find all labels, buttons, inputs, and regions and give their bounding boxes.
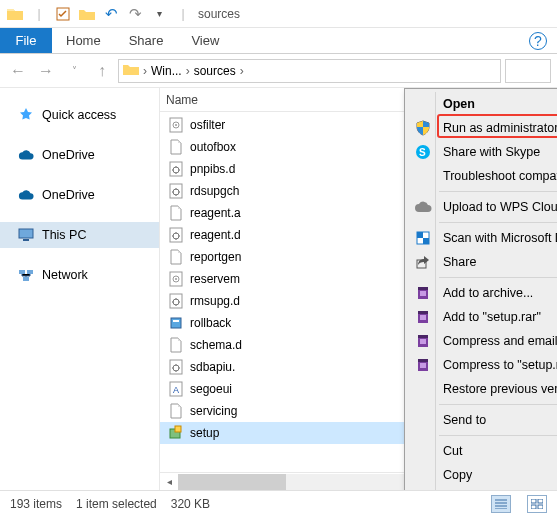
tab-share[interactable]: Share	[115, 28, 178, 53]
menu-separator	[439, 222, 557, 223]
up-button[interactable]: ↑	[90, 59, 114, 83]
qat-dropdown-icon[interactable]: ▾	[148, 3, 170, 25]
redo-icon[interactable]: ↷	[124, 3, 146, 25]
address-bar: ← → ˅ ↑ › Win... › sources ›	[0, 54, 557, 88]
help-icon[interactable]: ?	[529, 32, 547, 50]
skype-icon: S	[413, 142, 433, 162]
menu-item-run-as-administrator[interactable]: Run as administrator	[407, 116, 557, 140]
menu-item-label: Share	[443, 255, 476, 269]
svg-rect-3	[19, 270, 25, 274]
menu-item-compress-to-setup-rar-and-email[interactable]: Compress to "setup.rar" and email	[407, 353, 557, 377]
menu-separator	[439, 277, 557, 278]
forward-button[interactable]: →	[34, 59, 58, 83]
svg-rect-1	[19, 229, 33, 238]
menu-item-add-to-archive[interactable]: Add to archive...	[407, 281, 557, 305]
nav-item-this-pc[interactable]: This PC	[0, 222, 159, 248]
chevron-right-icon[interactable]: ›	[186, 64, 190, 78]
menu-item-add-to-setup-rar[interactable]: Add to "setup.rar"	[407, 305, 557, 329]
menu-item-label: Send to	[443, 413, 486, 427]
scroll-left-icon[interactable]: ◂	[160, 474, 178, 490]
tab-view[interactable]: View	[177, 28, 233, 53]
recent-dropdown-icon[interactable]: ˅	[62, 59, 86, 83]
menu-item-open[interactable]: Open	[407, 92, 557, 116]
tab-home[interactable]: Home	[52, 28, 115, 53]
menu-item-scan-with-microsoft-defender[interactable]: Scan with Microsoft Defender...	[407, 226, 557, 250]
chevron-right-icon[interactable]: ›	[240, 64, 244, 78]
menu-item-label: Add to archive...	[443, 286, 533, 300]
file-name: rollback	[190, 316, 231, 330]
svg-text:A: A	[173, 385, 179, 395]
blank-icon	[168, 337, 184, 353]
status-bar: 193 items 1 item selected 320 KB	[0, 490, 557, 516]
menu-item-label: Upload to WPS Cloud	[443, 200, 557, 214]
svg-rect-47	[538, 505, 543, 509]
file-name: servicing	[190, 404, 237, 418]
svg-rect-36	[418, 311, 428, 314]
qat-properties-icon[interactable]	[52, 3, 74, 25]
menu-separator	[439, 191, 557, 192]
file-name: osfilter	[190, 118, 225, 132]
cloud-icon	[18, 147, 34, 163]
menu-item-label: Troubleshoot compatibility	[443, 169, 557, 183]
chevron-right-icon[interactable]: ›	[143, 64, 147, 78]
menu-item-label: Scan with Microsoft Defender...	[443, 231, 557, 245]
svg-rect-27	[175, 426, 181, 432]
status-count: 193 items	[10, 497, 62, 511]
file-tab[interactable]: File	[0, 28, 52, 53]
undo-icon[interactable]: ↶	[100, 3, 122, 25]
context-menu: OpenRun as administratorSShare with Skyp…	[404, 88, 557, 490]
menu-item-troubleshoot-compatibility[interactable]: Troubleshoot compatibility	[407, 164, 557, 188]
nav-pane: Quick accessOneDriveOneDriveThis PCNetwo…	[0, 88, 160, 490]
menu-item-share-with-skype[interactable]: SShare with Skype	[407, 140, 557, 164]
menu-item-upload-to-wps-cloud[interactable]: Upload to WPS Cloud	[407, 195, 557, 219]
file-name: setup	[190, 426, 219, 440]
view-large-icon[interactable]	[527, 495, 547, 513]
cfg-icon	[168, 293, 184, 309]
menu-separator	[439, 404, 557, 405]
file-name: outofbox	[190, 140, 236, 154]
svg-rect-37	[420, 315, 426, 320]
window-title: sources	[198, 7, 240, 21]
crumb-1[interactable]: Win...	[151, 64, 182, 78]
file-list-pane: Name osfilteroutofboxpnpibs.drdsupgchrea…	[160, 88, 557, 490]
nav-item-network[interactable]: Network	[0, 262, 159, 288]
crumb-2[interactable]: sources	[194, 64, 236, 78]
nav-item-onedrive[interactable]: OneDrive	[0, 142, 159, 168]
blank-icon	[168, 205, 184, 221]
scroll-thumb[interactable]	[178, 474, 286, 490]
search-input[interactable]	[505, 59, 551, 83]
breadcrumb[interactable]: › Win... › sources ›	[118, 59, 501, 83]
status-selected: 1 item selected	[76, 497, 157, 511]
svg-rect-45	[538, 499, 543, 503]
share-icon	[413, 252, 433, 272]
nav-item-quick-access[interactable]: Quick access	[0, 102, 159, 128]
menu-separator	[439, 435, 557, 436]
folder-icon	[4, 3, 26, 25]
menu-item-label: Add to "setup.rar"	[443, 310, 541, 324]
titlebar: | ↶ ↷ ▾ | sources	[0, 0, 557, 28]
menu-item-cut[interactable]: Cut	[407, 439, 557, 463]
menu-item-label: Compress to "setup.rar" and email	[443, 358, 557, 372]
menu-item-copy[interactable]: Copy	[407, 463, 557, 487]
menu-item-share[interactable]: Share	[407, 250, 557, 274]
menu-item-restore-previous-versions[interactable]: Restore previous versions	[407, 377, 557, 401]
qat-newfolder-icon[interactable]	[76, 3, 98, 25]
dll-icon	[168, 271, 184, 287]
back-button[interactable]: ←	[6, 59, 30, 83]
view-details-icon[interactable]	[491, 495, 511, 513]
dll-icon	[168, 117, 184, 133]
file-name: sdbapiu.	[190, 360, 235, 374]
ribbon: File Home Share View ?	[0, 28, 557, 54]
folder-icon	[123, 62, 139, 79]
menu-item-compress-and-email[interactable]: Compress and email...	[407, 329, 557, 353]
font-icon: A	[168, 381, 184, 397]
nav-item-onedrive[interactable]: OneDrive	[0, 182, 159, 208]
menu-item-send-to[interactable]: Send to❯	[407, 408, 557, 432]
rar-icon	[413, 331, 433, 351]
blank-icon	[168, 403, 184, 419]
cloud-icon	[413, 197, 433, 217]
blank-icon	[168, 139, 184, 155]
svg-rect-5	[23, 277, 29, 281]
menu-item-label: Copy	[443, 468, 472, 482]
file-name: rmsupg.d	[190, 294, 240, 308]
